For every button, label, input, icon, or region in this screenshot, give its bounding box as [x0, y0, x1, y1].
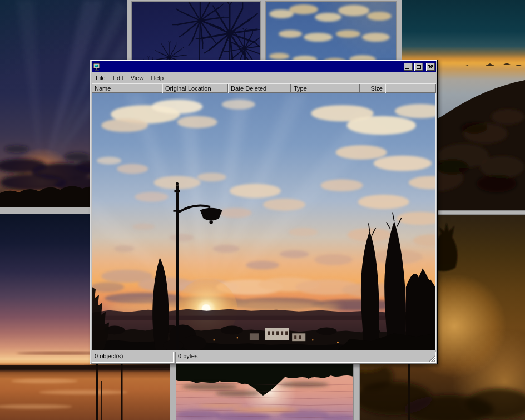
- menu-view[interactable]: View: [127, 73, 148, 83]
- close-icon: [428, 65, 433, 69]
- desktop: File Edit View Help Name Original Locati…: [0, 0, 525, 420]
- window-titlebar[interactable]: [92, 61, 436, 72]
- minimize-button[interactable]: [404, 63, 413, 71]
- column-header-original-location[interactable]: Original Location: [162, 83, 228, 93]
- file-list-area[interactable]: [92, 93, 436, 350]
- recycle-bin-window: File Edit View Help Name Original Locati…: [90, 60, 438, 364]
- column-header-size[interactable]: Size: [360, 83, 385, 93]
- sunset-lamp-photo: [92, 93, 435, 350]
- menu-bar: File Edit View Help: [92, 72, 436, 83]
- column-headers: Name Original Location Date Deleted Type…: [92, 83, 436, 93]
- menu-file[interactable]: File: [92, 73, 110, 83]
- status-bar: 0 object(s) 0 bytes: [92, 350, 436, 363]
- status-object-count: 0 object(s): [92, 352, 174, 363]
- status-byte-count: 0 bytes: [175, 352, 436, 363]
- menu-help[interactable]: Help: [147, 73, 167, 83]
- column-header-spacer: [385, 83, 436, 93]
- column-header-name[interactable]: Name: [92, 83, 162, 93]
- close-button[interactable]: [426, 63, 435, 71]
- column-header-date-deleted[interactable]: Date Deleted: [228, 83, 291, 93]
- maximize-icon: [417, 65, 421, 69]
- resize-grip-icon[interactable]: [428, 355, 435, 362]
- computer-icon: [93, 63, 101, 71]
- minimize-icon: [405, 68, 409, 69]
- column-header-type[interactable]: Type: [291, 83, 360, 93]
- maximize-button[interactable]: [414, 63, 423, 71]
- menu-edit[interactable]: Edit: [110, 73, 127, 83]
